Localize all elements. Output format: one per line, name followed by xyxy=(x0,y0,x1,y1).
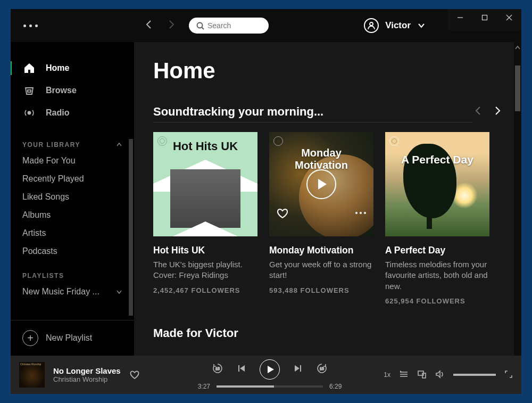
elapsed-time: 3:27 xyxy=(198,383,210,390)
scroll-up-icon[interactable] xyxy=(515,45,520,51)
user-avatar-icon xyxy=(364,18,379,33)
svg-point-6 xyxy=(370,22,373,26)
menu-dots-icon[interactable] xyxy=(23,24,38,27)
main-scrollbar-thumb[interactable] xyxy=(515,65,520,111)
track-title[interactable]: No Longer Slaves xyxy=(53,366,121,375)
history-nav xyxy=(144,20,176,31)
search-input[interactable]: Search xyxy=(189,18,269,34)
main-scrollbar-track[interactable] xyxy=(514,42,521,356)
sidebar-scrollbar-thumb[interactable] xyxy=(129,139,133,316)
card-title: A Perfect Day xyxy=(385,245,489,256)
play-pause-button[interactable] xyxy=(260,359,280,380)
progress-bar[interactable] xyxy=(217,385,323,388)
svg-marker-11 xyxy=(240,365,245,372)
library-item-recently-played[interactable]: Recently Played xyxy=(11,170,134,188)
library-item-made-for-you[interactable]: Made For You xyxy=(11,152,134,170)
chevron-down-icon xyxy=(417,21,426,30)
svg-rect-12 xyxy=(300,365,301,372)
plus-circle-icon: + xyxy=(22,330,38,346)
track-artist[interactable]: Christian Worship xyxy=(53,375,121,383)
playlist-card[interactable]: Monday Motivation Monday Motivation Get … xyxy=(269,132,373,305)
carousel-next-button[interactable] xyxy=(493,105,502,119)
main-content: Home Soundtracking your morning... xyxy=(134,42,521,356)
card-followers: 2,452,467 FOLLOWERS xyxy=(153,286,257,294)
radio-icon xyxy=(22,107,36,119)
sidebar-nav-radio[interactable]: Radio xyxy=(11,102,134,124)
library-item-artists[interactable]: Artists xyxy=(11,224,134,242)
window-maximize-button[interactable] xyxy=(472,9,497,26)
svg-rect-10 xyxy=(238,365,239,372)
playlist-cover: Hot Hits UK xyxy=(153,132,257,236)
svg-point-4 xyxy=(197,22,203,28)
svg-text:15: 15 xyxy=(320,367,324,371)
svg-marker-21 xyxy=(436,371,440,377)
window-controls xyxy=(448,9,521,30)
nav-back-button[interactable] xyxy=(144,20,154,31)
sidebar-nav-browse[interactable]: Browse xyxy=(11,79,134,102)
now-playing-info: No Longer Slaves Christian Worship xyxy=(53,366,121,383)
player-right: 1x xyxy=(384,369,513,381)
window-minimize-button[interactable] xyxy=(448,9,472,26)
home-icon xyxy=(22,62,36,74)
heart-icon[interactable] xyxy=(277,208,288,219)
playlist-cover: Monday Motivation xyxy=(269,132,373,236)
playlist-item[interactable]: New Music Friday ... xyxy=(11,283,134,301)
search-placeholder: Search xyxy=(207,21,231,30)
new-playlist-button[interactable]: + New Playlist xyxy=(11,320,134,356)
sidebar-item-label: Home xyxy=(46,63,69,73)
svg-line-5 xyxy=(202,27,204,29)
nav-forward-button[interactable] xyxy=(167,20,176,31)
volume-slider[interactable] xyxy=(453,374,496,376)
page-title: Home xyxy=(153,58,502,84)
section-header: Soundtracking your morning... xyxy=(153,105,502,119)
svg-marker-13 xyxy=(295,365,300,372)
player-center: 15 15 3:27 6:29 xyxy=(164,359,376,390)
now-playing-art[interactable]: Christian Worship xyxy=(19,362,45,388)
queue-button[interactable] xyxy=(399,369,409,381)
forward-15-button[interactable]: 15 xyxy=(316,363,328,376)
like-button[interactable] xyxy=(129,369,140,380)
window-close-button[interactable] xyxy=(497,9,521,26)
card-followers: 593,488 FOLLOWERS xyxy=(269,286,373,294)
section-header: Made for Victor xyxy=(153,326,502,340)
chevron-down-icon[interactable] xyxy=(116,289,122,295)
card-row: Hot Hits UK Hot Hits UK The UK's biggest… xyxy=(153,132,502,305)
spotify-icon xyxy=(273,136,283,146)
svg-rect-7 xyxy=(28,90,31,92)
next-track-button[interactable] xyxy=(294,364,302,375)
card-title: Hot Hits UK xyxy=(153,245,257,256)
sidebar-nav-home[interactable]: Home xyxy=(11,57,134,79)
playlists-header: PLAYLISTS xyxy=(11,260,134,283)
devices-button[interactable] xyxy=(417,369,427,381)
previous-track-button[interactable] xyxy=(237,364,246,375)
volume-button[interactable] xyxy=(435,369,445,381)
playlist-card[interactable]: Hot Hits UK Hot Hits UK The UK's biggest… xyxy=(153,132,257,305)
carousel-prev-button[interactable] xyxy=(473,105,483,119)
library-item-liked-songs[interactable]: Liked Songs xyxy=(11,188,134,206)
svg-rect-1 xyxy=(483,15,487,20)
spotify-icon xyxy=(389,136,399,146)
svg-point-8 xyxy=(28,112,31,114)
card-description: Get your week off to a strong start! xyxy=(269,259,373,281)
player-bar: Christian Worship No Longer Slaves Chris… xyxy=(11,356,521,394)
playlist-cover: A Perfect Day xyxy=(385,132,489,236)
card-title: Monday Motivation xyxy=(269,245,373,256)
library-item-albums[interactable]: Albums xyxy=(11,206,134,224)
divider xyxy=(153,122,472,122)
user-name: Victor xyxy=(385,20,411,31)
fullscreen-button[interactable] xyxy=(504,370,513,380)
app-window: Search Victor Home xyxy=(11,9,521,394)
total-time: 6:29 xyxy=(329,383,342,390)
library-item-podcasts[interactable]: Podcasts xyxy=(11,242,134,260)
playlist-card[interactable]: A Perfect Day A Perfect Day Timeless mel… xyxy=(385,132,489,305)
svg-text:15: 15 xyxy=(215,367,220,371)
play-button[interactable] xyxy=(306,169,336,199)
card-description: The UK's biggest playlist. Cover: Freya … xyxy=(153,259,257,281)
sidebar-item-label: Browse xyxy=(46,86,77,95)
rewind-15-button[interactable]: 15 xyxy=(212,363,223,376)
sidebar: Home Browse Radio YOUR LIBRARY Made Fo xyxy=(11,42,134,356)
chevron-up-icon[interactable] xyxy=(116,142,122,148)
playback-speed-button[interactable]: 1x xyxy=(384,371,390,379)
card-description: Timeless melodies from your favourite ar… xyxy=(385,259,489,292)
top-bar: Search Victor xyxy=(11,9,521,42)
